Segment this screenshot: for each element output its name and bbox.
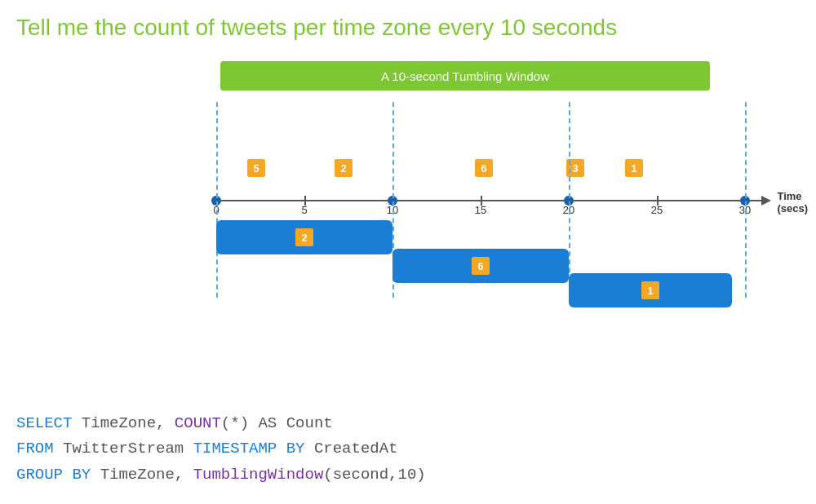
sql-line-1: SELECT TimeZone, COUNT(*) AS Count xyxy=(16,411,426,436)
sql-window-params: (second,10) xyxy=(323,466,425,484)
tick-label-15: 15 xyxy=(475,204,486,216)
dashed-line-20 xyxy=(569,102,570,298)
dashed-line-30 xyxy=(745,102,747,298)
kw-from: FROM xyxy=(16,440,54,458)
sql-createdat: CreatedAt xyxy=(304,440,397,458)
kw-group: GROUP xyxy=(16,466,63,484)
timeline: Time(secs) 0 5 10 15 20 25 30 xyxy=(216,200,763,201)
dashed-line-0 xyxy=(216,102,218,298)
timeline-arrow xyxy=(761,196,771,206)
window-bar-1: 1 5 4 6 2 xyxy=(216,220,392,254)
sql-groupby-rest: TimeZone, xyxy=(91,466,193,484)
badge-6b: 6 xyxy=(475,159,493,177)
kw-by: BY xyxy=(277,440,304,458)
kw-timestamp: TIMESTAMP xyxy=(193,440,277,458)
badge-1b: 1 xyxy=(625,159,643,177)
kw-count: COUNT xyxy=(175,414,221,432)
sql-from-rest: TwitterStream xyxy=(54,440,193,458)
sql-line-2: FROM TwitterStream TIMESTAMP BY CreatedA… xyxy=(16,436,426,462)
timeline-label: Time(secs) xyxy=(777,190,808,214)
diagram-area: A 10-second Tumbling Window 1 5 4 6 2 8 … xyxy=(0,53,816,314)
wb1-badge-2: 2 xyxy=(295,228,313,246)
tick-5: 5 xyxy=(304,196,306,206)
wb3-badge-1: 1 xyxy=(641,281,659,299)
tick-label-5: 5 xyxy=(301,204,307,216)
wb2-badge-6: 6 xyxy=(472,257,490,275)
kw-tumblingwindow: TumblingWindow xyxy=(193,466,324,484)
badge-5a: 5 xyxy=(247,159,265,177)
badge-2a: 2 xyxy=(335,159,353,177)
page-title: Tell me the count of tweets per time zon… xyxy=(0,0,816,49)
window-banner: A 10-second Tumbling Window xyxy=(220,61,710,91)
window-bar-2: 8 6 xyxy=(392,249,569,283)
sql-count-rest: (*) AS Count xyxy=(221,414,333,432)
tick-25: 25 xyxy=(657,196,659,206)
sql-section: SELECT TimeZone, COUNT(*) AS Count FROM … xyxy=(16,411,426,488)
kw-by2: BY xyxy=(63,466,91,484)
window-bar-3: 5 3 6 1 xyxy=(569,273,732,307)
sql-line-3: GROUP BY TimeZone, TumblingWindow(second… xyxy=(16,462,426,488)
banner-label: A 10-second Tumbling Window xyxy=(381,69,549,83)
kw-select: SELECT xyxy=(16,414,72,432)
sql-timezone-text: TimeZone, xyxy=(72,414,174,432)
tick-15: 15 xyxy=(481,196,482,206)
tick-label-25: 25 xyxy=(651,204,663,216)
